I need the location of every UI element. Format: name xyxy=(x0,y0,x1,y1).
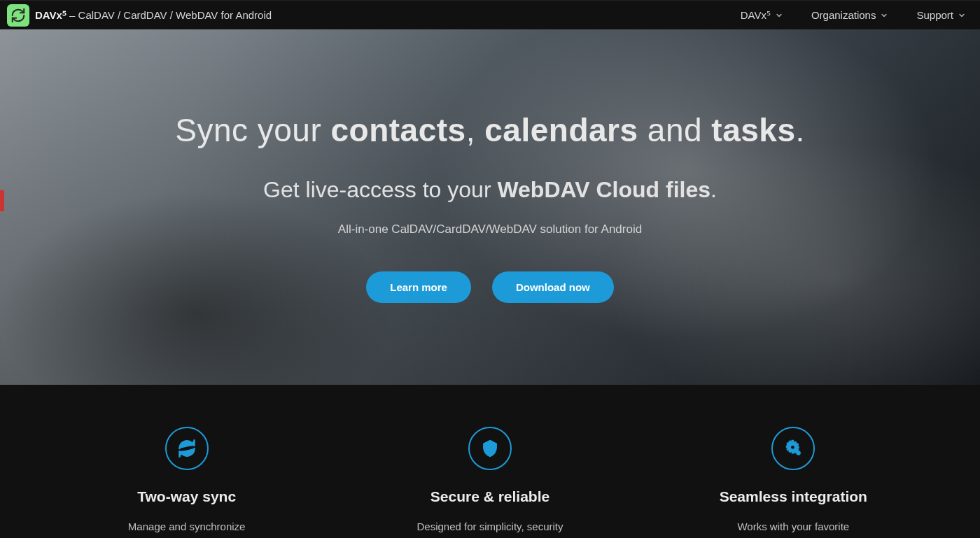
feature-secure-reliable: Secure & reliable Designed for simplicit… xyxy=(359,427,620,535)
gears-icon xyxy=(771,427,815,470)
nav-item-label: DAVx⁵ xyxy=(741,9,771,22)
nav-item-organizations[interactable]: Organizations xyxy=(811,9,889,22)
sync-icon xyxy=(165,427,209,470)
chevron-down-icon xyxy=(880,11,888,20)
feature-seamless-integration: Seamless integration Works with your fav… xyxy=(663,427,924,535)
svg-point-0 xyxy=(797,451,800,455)
feature-title: Secure & reliable xyxy=(359,488,620,505)
feature-body: Works with your favorite xyxy=(663,519,924,535)
feature-two-way-sync: Two-way sync Manage and synchronize xyxy=(56,427,317,535)
hero-subheadline: Get live-access to your WebDAV Cloud fil… xyxy=(263,177,717,203)
brand-suffix: – CalDAV / CardDAV / WebDAV for Android xyxy=(66,9,272,21)
brand-logo-icon xyxy=(7,4,29,27)
nav-links: DAVx⁵ Organizations Support xyxy=(741,9,966,22)
brand-text: DAVx⁵ – CalDAV / CardDAV / WebDAV for An… xyxy=(35,9,272,22)
download-now-button[interactable]: Download now xyxy=(492,271,614,303)
chevron-down-icon xyxy=(775,11,783,20)
learn-more-button[interactable]: Learn more xyxy=(366,271,471,303)
nav-item-label: Organizations xyxy=(811,9,876,21)
brand[interactable]: DAVx⁵ – CalDAV / CardDAV / WebDAV for An… xyxy=(7,4,272,27)
features-section: Two-way sync Manage and synchronize Secu… xyxy=(0,385,980,535)
nav-item-support[interactable]: Support xyxy=(916,9,966,22)
hero-buttons: Learn more Download now xyxy=(366,271,614,303)
hero: Sync your contacts, calendars and tasks.… xyxy=(0,29,980,385)
chevron-down-icon xyxy=(958,11,966,20)
nav-item-davx[interactable]: DAVx⁵ xyxy=(741,9,783,22)
hero-headline: Sync your contacts, calendars and tasks. xyxy=(175,111,805,149)
shield-icon xyxy=(468,427,512,470)
brand-name: DAVx⁵ xyxy=(35,9,66,21)
feature-title: Seamless integration xyxy=(663,488,924,505)
navbar: DAVx⁵ – CalDAV / CardDAV / WebDAV for An… xyxy=(0,0,980,29)
hero-accent-bar xyxy=(0,190,4,211)
feature-body: Manage and synchronize xyxy=(56,519,317,535)
nav-item-label: Support xyxy=(916,9,953,21)
hero-tagline: All-in-one CalDAV/CardDAV/WebDAV solutio… xyxy=(338,222,642,236)
feature-title: Two-way sync xyxy=(56,488,317,505)
feature-body: Designed for simplicity, security xyxy=(359,519,620,535)
